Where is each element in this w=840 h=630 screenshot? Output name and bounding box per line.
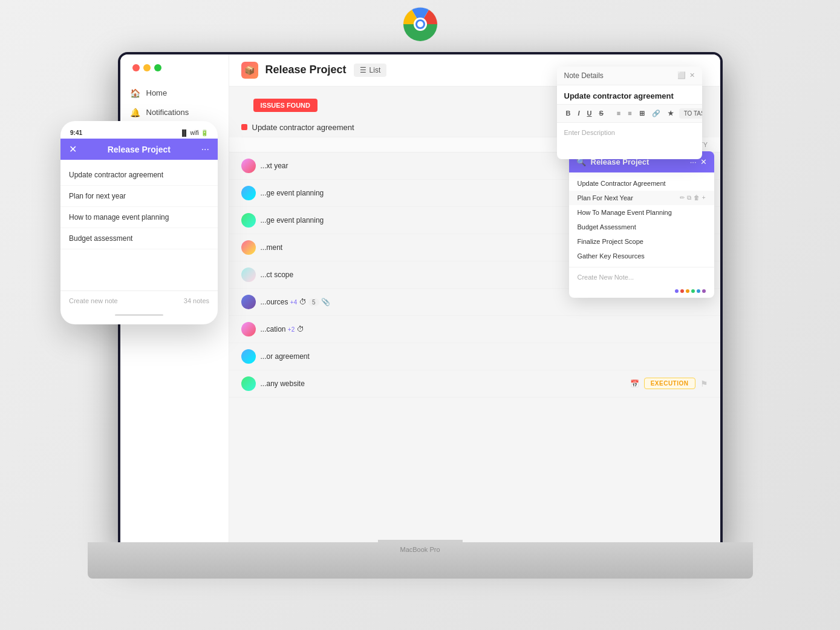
rp-note-item[interactable]: How To Manage Event Planning	[569, 205, 714, 220]
table-row[interactable]: ...any website 📅 EXECUTION ⚑	[229, 370, 720, 398]
tab-list-button[interactable]: ☰ List	[354, 64, 387, 77]
traffic-light-green[interactable]	[154, 64, 161, 71]
avatar	[241, 186, 256, 200]
copy-icon[interactable]: ⧉	[687, 194, 691, 202]
phone-close-button[interactable]: ✕	[69, 143, 77, 155]
avatar	[241, 349, 256, 364]
rp-note-item[interactable]: Finalize Project Scope	[569, 234, 714, 249]
chrome-icon	[402, 6, 438, 42]
avatar	[241, 213, 256, 228]
battery-icon: 🔋	[201, 130, 208, 136]
dot-orange	[686, 289, 689, 293]
phone-time: 9:41	[70, 130, 82, 136]
create-note-input[interactable]: Create New Note...	[569, 267, 714, 287]
avatar	[241, 322, 256, 336]
phone-notes-list: Update contractor agreement Plan for nex…	[60, 160, 218, 254]
sidebar-notifications-label: Notifications	[146, 108, 189, 117]
table-row[interactable]: ...or agreement	[229, 343, 720, 370]
right-panel-notes-list: Update Contractor Agreement Plan For Nex…	[569, 172, 714, 267]
note-title: Update contractor agreement	[557, 85, 702, 104]
color-dots	[569, 287, 714, 298]
flag-icon: ⚑	[700, 379, 708, 389]
note-count-badge: 34 notes	[184, 297, 209, 304]
traffic-lights	[125, 59, 169, 76]
phone-note-text: Update contractor agreement	[69, 171, 163, 179]
rp-note-text: Gather Key Resources	[578, 252, 645, 260]
to-task-button[interactable]: TO TASK →	[679, 108, 702, 119]
delete-icon[interactable]: 🗑	[694, 194, 700, 202]
note-description[interactable]: Enter Description	[557, 123, 702, 159]
popup-controls: ⬜ ✕	[677, 71, 695, 79]
home-icon: 🏠	[130, 88, 140, 98]
ordered-list-button[interactable]: ≡	[626, 108, 633, 118]
issues-task-label: Update contractor agreement	[252, 123, 354, 132]
traffic-light-red[interactable]	[132, 64, 140, 71]
rp-note-item[interactable]: Gather Key Resources	[569, 249, 714, 263]
phone-note-item[interactable]: Plan for next year	[60, 186, 218, 207]
calendar-icon: 📅	[630, 379, 639, 388]
row-text: ...or agreement	[261, 352, 708, 361]
popup-title: Note Details	[564, 71, 604, 80]
popup-close-icon[interactable]: ✕	[689, 71, 695, 79]
avatar	[241, 159, 256, 173]
notifications-icon: 🔔	[130, 108, 140, 117]
wifi-icon: wifi	[190, 130, 199, 136]
bold-button[interactable]: B	[564, 108, 573, 118]
macbook-label: MacBook Pro	[400, 546, 440, 553]
close-panel-icon[interactable]: ✕	[700, 157, 707, 166]
sidebar-home-label: Home	[146, 88, 168, 97]
underline-button[interactable]: U	[585, 108, 594, 118]
popup-minimize-icon[interactable]: ⬜	[677, 71, 686, 79]
rp-note-text: Plan For Next Year	[578, 194, 633, 202]
project-title: Release Project	[265, 64, 347, 76]
phone-note-item[interactable]: Update contractor agreement	[60, 165, 218, 186]
popup-toolbar: B I U S ≡ ≡ ⊞ 🔗 ★ TO TASK →	[557, 104, 702, 123]
sidebar-item-home[interactable]: 🏠 Home	[120, 84, 229, 103]
scroll-indicator	[115, 314, 163, 316]
phone-note-text: Budget assessment	[69, 234, 132, 243]
signal-icon: ▐▌	[180, 130, 188, 136]
bullet-list-button[interactable]: ≡	[615, 108, 622, 118]
rp-note-actions: ✏ ⧉ 🗑 +	[680, 194, 706, 202]
row-text: ...any website	[261, 379, 625, 388]
task-dot-icon	[241, 124, 247, 130]
phone-note-text: How to manage event planning	[69, 213, 169, 221]
project-icon: 📦	[241, 62, 258, 79]
note-details-popup: Note Details ⬜ ✕ Update contractor agree…	[557, 67, 702, 159]
avatar	[241, 267, 256, 282]
phone-note-item[interactable]: Budget assessment	[60, 228, 218, 249]
stage-badge: EXECUTION	[644, 378, 695, 389]
rp-note-item[interactable]: Update Contractor Agreement	[569, 176, 714, 191]
macbook-base: MacBook Pro	[88, 542, 753, 579]
dot-red	[680, 289, 684, 293]
svg-point-3	[417, 21, 423, 27]
rp-note-text: How To Manage Event Planning	[578, 209, 672, 216]
edit-icon[interactable]: ✏	[680, 194, 685, 202]
link-button[interactable]: 🔗	[650, 108, 662, 119]
phone-note-item[interactable]: How to manage event planning	[60, 207, 218, 228]
create-note-label[interactable]: Create new note	[69, 297, 118, 304]
traffic-light-yellow[interactable]	[143, 64, 151, 71]
phone-note-text: Plan for next year	[69, 192, 126, 200]
rp-note-item[interactable]: Budget Assessment	[569, 220, 714, 234]
star-button[interactable]: ★	[666, 108, 676, 119]
row-text: ...ources +4 ⏱ 5 📎	[261, 298, 708, 306]
phone-status-bar: 9:41 ▐▌ wifi 🔋	[60, 127, 218, 139]
phone-indicators: ▐▌ wifi 🔋	[180, 130, 208, 136]
sidebar-item-notifications[interactable]: 🔔 Notifications	[120, 103, 229, 122]
dot-purple	[675, 289, 679, 293]
add-icon[interactable]: +	[702, 194, 706, 202]
table-button[interactable]: ⊞	[637, 108, 646, 119]
phone-footer: Create new note 34 notes	[60, 290, 218, 310]
strikethrough-button[interactable]: S	[597, 108, 605, 118]
phone-more-button[interactable]: ···	[201, 144, 209, 155]
rp-note-text: Finalize Project Scope	[578, 238, 643, 245]
avatar	[241, 376, 256, 391]
popup-header: Note Details ⬜ ✕	[557, 67, 702, 85]
rp-note-item[interactable]: Plan For Next Year ✏ ⧉ 🗑 +	[569, 191, 714, 205]
italic-button[interactable]: I	[576, 108, 581, 118]
table-row[interactable]: ...cation +2 ⏱	[229, 316, 720, 343]
issues-found-badge: ISSUES FOUND	[253, 99, 318, 112]
tab-list-label: List	[370, 66, 381, 74]
phone-header: ✕ Release Project ···	[60, 139, 218, 160]
